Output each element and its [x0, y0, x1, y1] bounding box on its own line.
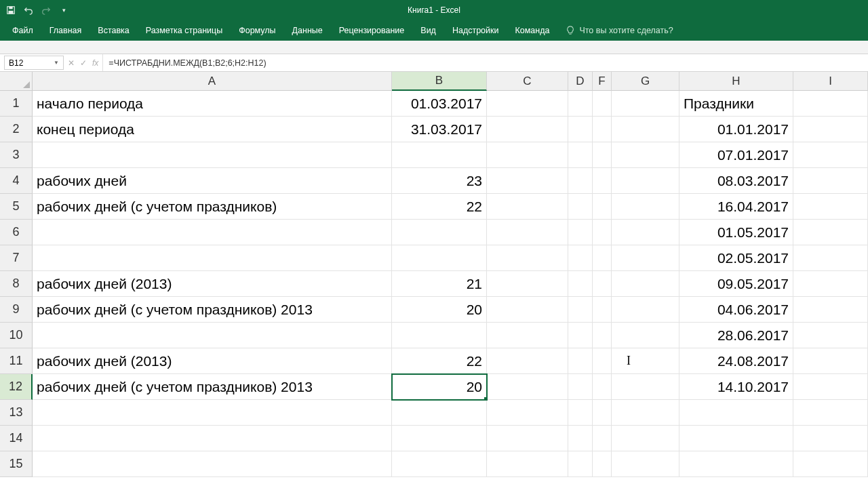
cell-C6[interactable] [487, 220, 568, 245]
cell-G8[interactable] [612, 271, 679, 297]
cell-H10[interactable]: 28.06.2017 [679, 323, 793, 348]
row-header[interactable]: 11 [0, 348, 33, 374]
cell-G9[interactable] [612, 297, 679, 323]
cell-I2[interactable] [793, 117, 868, 142]
cancel-icon[interactable]: ✕ [68, 58, 75, 68]
cell-I7[interactable] [793, 245, 868, 271]
cell-D12[interactable] [568, 374, 593, 400]
cell-C13[interactable] [487, 400, 568, 426]
cell-F15[interactable] [593, 451, 612, 477]
cell-A15[interactable] [33, 451, 392, 477]
cell-B15[interactable] [392, 451, 487, 477]
cell-C10[interactable] [487, 323, 568, 348]
cell-B5[interactable]: 22 [392, 194, 487, 220]
col-header-B[interactable]: B [392, 72, 487, 91]
cell-F9[interactable] [593, 297, 612, 323]
cell-F10[interactable] [593, 323, 612, 348]
cell-F1[interactable] [593, 91, 612, 117]
col-header-A[interactable]: A [33, 72, 392, 91]
tab-insert[interactable]: Вставка [90, 20, 137, 41]
cell-F7[interactable] [593, 245, 612, 271]
cell-C11[interactable] [487, 348, 568, 374]
cell-I4[interactable] [793, 168, 868, 194]
cell-C1[interactable] [487, 91, 568, 117]
cell-B4[interactable]: 23 [392, 168, 487, 194]
cell-A1[interactable]: начало периода [33, 91, 392, 117]
cell-D14[interactable] [568, 426, 593, 451]
cell-C2[interactable] [487, 117, 568, 142]
cell-H14[interactable] [679, 426, 793, 451]
cell-I11[interactable] [793, 348, 868, 374]
row-header[interactable]: 9 [0, 297, 33, 323]
cell-I8[interactable] [793, 271, 868, 297]
cell-C8[interactable] [487, 271, 568, 297]
cell-B11[interactable]: 22 [392, 348, 487, 374]
row-header[interactable]: 8 [0, 271, 33, 297]
cell-H8[interactable]: 09.05.2017 [679, 271, 793, 297]
cell-D5[interactable] [568, 194, 593, 220]
cell-D3[interactable] [568, 142, 593, 168]
cell-F12[interactable] [593, 374, 612, 400]
cell-A12[interactable]: рабочих дней (с учетом праздников) 2013 [33, 374, 392, 400]
tab-formulas[interactable]: Формулы [231, 20, 283, 41]
redo-icon[interactable] [38, 2, 54, 18]
tab-pagelayout[interactable]: Разметка страницы [138, 20, 231, 41]
cell-I15[interactable] [793, 451, 868, 477]
row-header[interactable]: 1 [0, 91, 33, 117]
save-icon[interactable] [3, 2, 19, 18]
cell-H1[interactable]: Праздники [679, 91, 793, 117]
cell-B6[interactable] [392, 220, 487, 245]
cell-H5[interactable]: 16.04.2017 [679, 194, 793, 220]
row-header[interactable]: 15 [0, 451, 33, 477]
cell-B3[interactable] [392, 142, 487, 168]
select-all-corner[interactable] [0, 72, 33, 91]
cell-B10[interactable] [392, 323, 487, 348]
cell-I13[interactable] [793, 400, 868, 426]
cell-C5[interactable] [487, 194, 568, 220]
col-header-I[interactable]: I [793, 72, 868, 91]
cell-D15[interactable] [568, 451, 593, 477]
cell-D6[interactable] [568, 220, 593, 245]
cell-A11[interactable]: рабочих дней (2013) [33, 348, 392, 374]
chevron-down-icon[interactable]: ▼ [54, 60, 59, 66]
cell-I3[interactable] [793, 142, 868, 168]
row-header[interactable]: 14 [0, 426, 33, 451]
fx-icon[interactable]: fx [92, 58, 98, 68]
cell-C7[interactable] [487, 245, 568, 271]
cell-H6[interactable]: 01.05.2017 [679, 220, 793, 245]
cell-I9[interactable] [793, 297, 868, 323]
row-header[interactable]: 4 [0, 168, 33, 194]
row-header[interactable]: 3 [0, 142, 33, 168]
cell-D1[interactable] [568, 91, 593, 117]
cell-G2[interactable] [612, 117, 679, 142]
cell-A8[interactable]: рабочих дней (2013) [33, 271, 392, 297]
cell-B2[interactable]: 31.03.2017 [392, 117, 487, 142]
row-header[interactable]: 7 [0, 245, 33, 271]
cell-I1[interactable] [793, 91, 868, 117]
col-header-F[interactable]: F [593, 72, 612, 91]
cell-G11[interactable]: I [612, 348, 679, 374]
formula-input[interactable]: =ЧИСТРАБДНИ.МЕЖД(B1;B2;6;H2:H12) [103, 54, 868, 71]
cell-D13[interactable] [568, 400, 593, 426]
cell-B14[interactable] [392, 426, 487, 451]
cell-H3[interactable]: 07.01.2017 [679, 142, 793, 168]
row-header[interactable]: 6 [0, 220, 33, 245]
cell-F11[interactable] [593, 348, 612, 374]
cell-G3[interactable] [612, 142, 679, 168]
enter-icon[interactable]: ✓ [80, 58, 87, 68]
cell-F14[interactable] [593, 426, 612, 451]
cell-B7[interactable] [392, 245, 487, 271]
cell-I5[interactable] [793, 194, 868, 220]
cell-G10[interactable] [612, 323, 679, 348]
cell-C15[interactable] [487, 451, 568, 477]
cell-G14[interactable] [612, 426, 679, 451]
name-box[interactable]: B12 ▼ [4, 56, 64, 70]
cell-C9[interactable] [487, 297, 568, 323]
cell-F5[interactable] [593, 194, 612, 220]
cell-H4[interactable]: 08.03.2017 [679, 168, 793, 194]
tell-me[interactable]: Что вы хотите сделать? [557, 20, 681, 41]
cell-A10[interactable] [33, 323, 392, 348]
cell-I12[interactable] [793, 374, 868, 400]
cell-F2[interactable] [593, 117, 612, 142]
cell-D4[interactable] [568, 168, 593, 194]
